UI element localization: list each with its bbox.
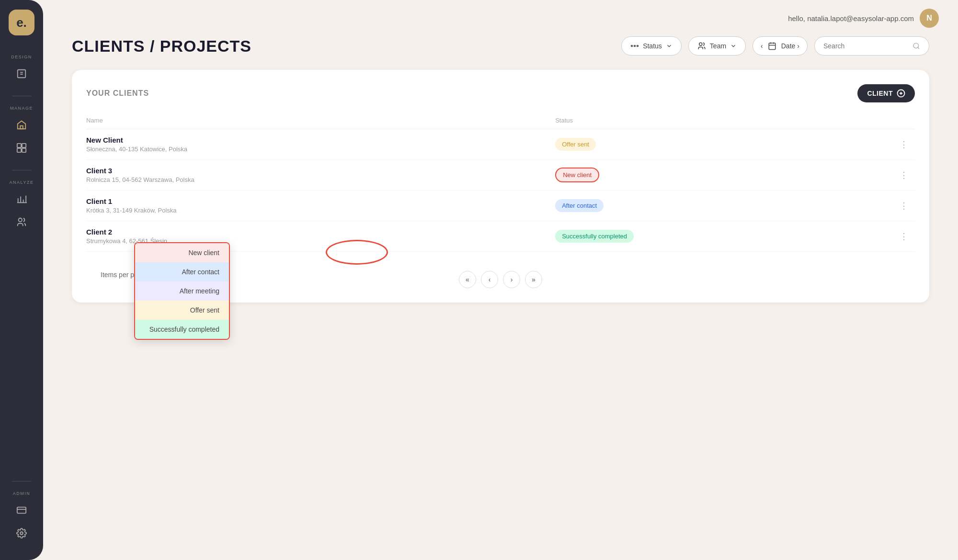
- client-name: Client 3: [86, 167, 555, 175]
- svg-point-25: [913, 43, 919, 48]
- manage-solar-icon[interactable]: [11, 137, 32, 158]
- admin-billing-icon[interactable]: [11, 500, 32, 521]
- page-title: CLIENTS / PROJECTS: [72, 37, 251, 56]
- manage-label: MANAGE: [10, 106, 33, 111]
- status-badge[interactable]: New client: [555, 168, 599, 182]
- more-options-button[interactable]: ⋮: [896, 137, 912, 152]
- divider-3: [12, 481, 31, 482]
- status-dropdown: New clientAfter contactAfter meetingOffe…: [134, 242, 230, 340]
- client-address: Rolnicza 15, 04-562 Warszawa, Polska: [86, 176, 555, 183]
- last-page-button[interactable]: »: [525, 271, 542, 288]
- main-content: hello, natalia.lapot@easysolar-app.com N…: [43, 0, 958, 560]
- table-row: Client 3 Rolnicza 15, 04-562 Warszawa, P…: [86, 160, 915, 190]
- client-address: Słoneczna, 40-135 Katowice, Polska: [86, 146, 555, 153]
- next-page-button[interactable]: ›: [503, 271, 520, 288]
- team-filter-label: Team: [710, 42, 726, 50]
- client-address: Krótka 3, 31-149 Kraków, Polska: [86, 207, 555, 214]
- dropdown-item[interactable]: Successfully completed: [135, 320, 229, 339]
- date-next-icon[interactable]: ›: [797, 42, 799, 50]
- design-edit-icon[interactable]: [11, 63, 32, 84]
- dropdown-item[interactable]: Offer sent: [135, 301, 229, 320]
- divider-2: [12, 170, 31, 170]
- manage-home-icon[interactable]: [11, 114, 32, 135]
- sidebar-admin-section: ADMIN: [0, 486, 43, 546]
- dropdown-item[interactable]: After contact: [135, 262, 229, 281]
- table-row: Client 1 Krótka 3, 31-149 Kraków, Polska…: [86, 190, 915, 221]
- sidebar-analyze-section: ANALYZE: [0, 175, 43, 235]
- svg-rect-3: [20, 126, 23, 129]
- admin-label: ADMIN: [13, 491, 31, 496]
- date-prev-icon[interactable]: ‹: [761, 42, 763, 50]
- first-page-button[interactable]: «: [459, 271, 476, 288]
- avatar[interactable]: N: [920, 9, 939, 28]
- more-options-button[interactable]: ⋮: [896, 229, 912, 244]
- table-row: New Client Słoneczna, 40-135 Katowice, P…: [86, 129, 915, 160]
- svg-point-19: [637, 45, 639, 47]
- date-label: Date: [781, 42, 796, 50]
- svg-point-18: [631, 45, 633, 47]
- col-status: Status: [555, 112, 896, 129]
- team-filter-button[interactable]: Team: [688, 36, 746, 56]
- col-name: Name: [86, 112, 555, 129]
- card-title: YOUR CLIENTS: [86, 89, 149, 98]
- svg-rect-21: [769, 43, 776, 50]
- admin-settings-icon[interactable]: [11, 523, 32, 544]
- clients-card: YOUR CLIENTS CLIENT Name Status: [72, 70, 929, 302]
- dropdown-item[interactable]: After meeting: [135, 281, 229, 301]
- card-header: YOUR CLIENTS CLIENT: [86, 84, 915, 102]
- date-nav[interactable]: ‹ Date ›: [753, 36, 808, 56]
- client-name: Client 2: [86, 228, 555, 236]
- page-controls: Status Team ‹: [621, 36, 929, 56]
- svg-point-17: [634, 45, 636, 47]
- svg-point-16: [20, 532, 23, 535]
- search-input[interactable]: [823, 42, 909, 50]
- svg-rect-6: [17, 148, 21, 152]
- client-name: New Client: [86, 136, 555, 144]
- topbar: hello, natalia.lapot@easysolar-app.com N: [43, 0, 958, 36]
- sidebar: e. DESIGN MANAGE ANALYZE: [0, 0, 43, 560]
- search-box[interactable]: [814, 36, 929, 56]
- add-client-button[interactable]: CLIENT: [857, 84, 915, 102]
- analyze-label: ANALYZE: [10, 180, 34, 185]
- pagination: « ‹ › »: [459, 271, 542, 288]
- search-icon: [912, 42, 920, 50]
- app-logo[interactable]: e.: [9, 10, 34, 35]
- status-badge[interactable]: After contact: [555, 199, 604, 212]
- analyze-chart-icon[interactable]: [11, 189, 32, 210]
- design-label: DESIGN: [11, 55, 32, 59]
- plus-icon: [897, 89, 905, 98]
- status-badge[interactable]: Offer sent: [555, 138, 596, 151]
- more-options-button[interactable]: ⋮: [896, 168, 912, 182]
- status-filter-button[interactable]: Status: [621, 36, 682, 56]
- page-content: CLIENTS / PROJECTS Status Team: [43, 36, 958, 560]
- svg-point-13: [19, 218, 22, 222]
- client-name: Client 1: [86, 197, 555, 205]
- add-client-label: CLIENT: [867, 90, 893, 97]
- sidebar-manage-section: MANAGE: [0, 101, 43, 160]
- svg-rect-14: [17, 507, 26, 514]
- svg-line-26: [918, 47, 919, 49]
- status-badge[interactable]: Successfully completed: [555, 230, 634, 243]
- svg-rect-4: [17, 144, 21, 147]
- page-header: CLIENTS / PROJECTS Status Team: [72, 36, 929, 56]
- dropdown-item[interactable]: New client: [135, 243, 229, 262]
- prev-page-button[interactable]: ‹: [481, 271, 498, 288]
- user-info: hello, natalia.lapot@easysolar-app.com N: [788, 9, 939, 28]
- analyze-users-icon[interactable]: [11, 212, 32, 233]
- more-options-button[interactable]: ⋮: [896, 199, 912, 213]
- divider-1: [12, 96, 31, 96]
- sidebar-design-section: DESIGN: [0, 50, 43, 86]
- clients-table: Name Status New Client Słoneczna, 40-135…: [86, 112, 915, 252]
- status-filter-label: Status: [643, 42, 662, 50]
- user-email: hello, natalia.lapot@easysolar-app.com: [788, 14, 914, 22]
- svg-point-20: [699, 43, 702, 45]
- svg-rect-7: [22, 148, 26, 152]
- svg-rect-5: [22, 144, 26, 147]
